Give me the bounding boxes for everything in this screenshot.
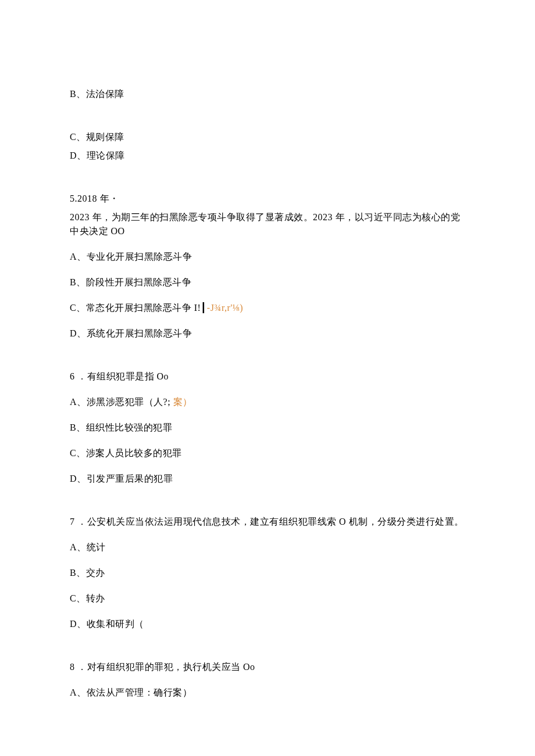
q7-option-d: D、收集和研判（ xyxy=(70,617,465,631)
document-page: B、法治保障 C、规则保障 D、理论保障 5.2018 年・ 2023 年，为期… xyxy=(0,0,535,756)
q7-stem: 7 ．公安机关应当依法运用现代信息技术，建立有组织犯罪线索 O 机制，分级分类进… xyxy=(70,515,465,529)
q6-option-a-main: A、涉黑涉恶犯罪（人?; xyxy=(70,397,173,407)
q7-option-a: A、统计 xyxy=(70,540,465,554)
q6-option-c: C、涉案人员比较多的犯罪 xyxy=(70,446,465,460)
q4-option-d: D、理论保障 xyxy=(70,149,465,163)
q5-stem: 2023 年，为期三年的扫黑除恶专项斗争取得了显著成效。2023 年，以习近平同… xyxy=(70,210,465,238)
q5-option-d: D、系统化开展扫黑除恶斗争 xyxy=(70,327,465,341)
q8-option-a: A、依法从严管理：确行案） xyxy=(70,686,465,700)
q6-option-b: B、组织性比较强的犯罪 xyxy=(70,421,465,435)
q4-option-b: B、法治保障 xyxy=(70,87,465,101)
q5-option-c-mark: -J¾r,r'⅛) xyxy=(207,303,243,313)
q7-option-c: C、转办 xyxy=(70,592,465,605)
q6-option-d: D、引发严重后果的犯罪 xyxy=(70,472,465,486)
q5-option-a: A、专业化开展扫黑除恶斗争 xyxy=(70,250,465,264)
q5-option-b: B、阶段性开展扫黑除恶斗争 xyxy=(70,275,465,289)
q8-stem: 8 ．对有组织犯罪的罪犯，执行机关应当 Oo xyxy=(70,660,465,674)
q6-option-a: A、涉黑涉恶犯罪（人?; 案） xyxy=(70,395,465,409)
q4-option-c: C、规则保障 xyxy=(70,130,465,144)
q5-header: 5.2018 年・ xyxy=(70,192,465,206)
q5-option-c-main: C、常态化开展扫黑除恶斗争 I!┃ xyxy=(70,303,207,313)
q7-option-b: B、交办 xyxy=(70,566,465,580)
q6-option-a-mark: 案） xyxy=(173,397,192,407)
q5-option-c: C、常态化开展扫黑除恶斗争 I!┃-J¾r,r'⅛) xyxy=(70,301,465,315)
q6-stem: 6 ．有组织犯罪是指 Oo xyxy=(70,370,465,384)
